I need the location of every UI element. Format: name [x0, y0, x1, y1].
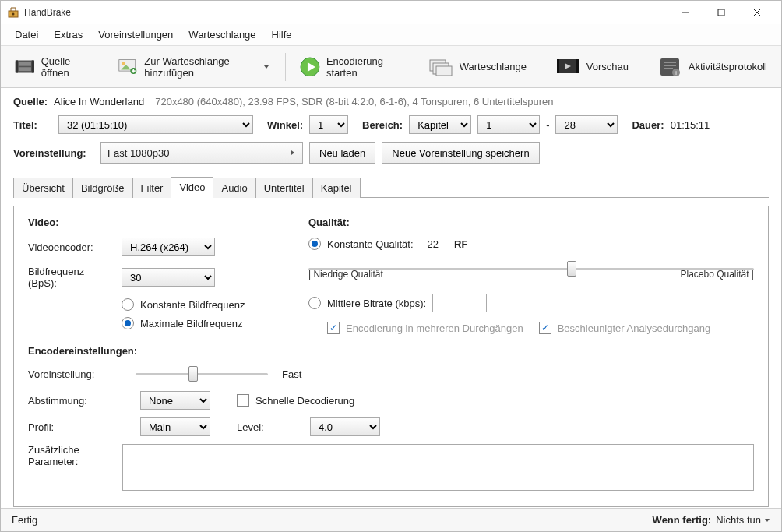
minimize-button[interactable]	[668, 1, 703, 24]
queue-button[interactable]: Warteschlange	[421, 54, 534, 80]
radio-off-icon	[308, 297, 321, 309]
enc-preset-slider[interactable]	[136, 365, 268, 383]
tune-select[interactable]: None	[140, 391, 210, 410]
slider-thumb-icon[interactable]	[188, 366, 198, 382]
radio-on-icon	[308, 238, 321, 250]
video-heading: Video:	[28, 217, 262, 228]
menu-bar: Datei Extras Voreinstellungen Warteschla…	[1, 24, 781, 46]
reload-preset-button[interactable]: Neu laden	[309, 142, 375, 164]
picture-plus-icon	[118, 57, 139, 77]
svg-rect-3	[718, 9, 724, 16]
tab-audio[interactable]: Audio	[213, 178, 255, 198]
profile-select[interactable]: Main	[140, 417, 210, 436]
range-to-select[interactable]: 28	[555, 115, 618, 134]
fastdecode-checkbox[interactable]: ✓ Schnelle Decodierung	[237, 394, 396, 407]
log-icon: i	[657, 57, 682, 77]
check-on-icon: ✓	[539, 322, 551, 334]
radio-on-icon	[122, 317, 134, 329]
play-icon	[300, 57, 320, 77]
add-queue-label: Zur Warteschlange hinzufügen	[144, 55, 255, 79]
peak-fps-radio[interactable]: Maximale Bildfrequenz	[122, 317, 262, 329]
svg-rect-10	[19, 67, 31, 71]
fps-label: Bildfrequenz (BpS):	[28, 266, 114, 289]
preset-select[interactable]: Fast 1080p30	[100, 142, 303, 164]
queue-icon	[428, 57, 453, 77]
add-queue-dropdown[interactable]	[261, 64, 271, 70]
cq-value: 22	[428, 238, 439, 250]
level-select[interactable]: 4.0	[310, 417, 380, 436]
preview-button[interactable]: Vorschau	[548, 54, 636, 80]
app-icon	[7, 6, 19, 19]
preset-label: Voreinstellung:	[13, 147, 94, 159]
check-off-icon: ✓	[237, 394, 249, 407]
bitrate-input[interactable]	[432, 294, 487, 312]
activity-log-label: Aktivitätsprotokoll	[689, 61, 767, 72]
tab-overview[interactable]: Übersicht	[13, 178, 73, 198]
cq-unit: RF	[454, 238, 467, 250]
chevron-right-icon	[290, 150, 296, 156]
window-title: HandBrake	[24, 7, 71, 18]
constant-fps-radio[interactable]: Konstante Bildfrequenz	[122, 298, 262, 311]
quality-high-label: Placebo Qualität |	[680, 269, 754, 280]
angle-select[interactable]: 1	[309, 115, 348, 134]
svg-point-12	[122, 62, 125, 65]
open-source-button[interactable]: Quelle öffnen	[7, 52, 97, 82]
fps-select[interactable]: 30	[122, 268, 215, 287]
encoder-select[interactable]: H.264 (x264)	[122, 238, 215, 256]
menu-presets[interactable]: Voreinstellungen	[90, 26, 181, 44]
film-icon	[15, 57, 35, 77]
range-from-select[interactable]: 1	[477, 115, 540, 134]
constant-quality-radio[interactable]: Konstante Qualität: 22 RF	[308, 238, 754, 250]
angle-label: Winkel:	[267, 119, 303, 131]
svg-point-1	[12, 13, 15, 16]
range-type-select[interactable]: Kapitel	[409, 115, 471, 134]
menu-queue[interactable]: Warteschlange	[181, 26, 263, 44]
extra-params-input[interactable]	[122, 444, 754, 491]
radio-off-icon	[122, 298, 134, 311]
title-label: Titel:	[13, 119, 52, 131]
avg-bitrate-radio[interactable]: Mittlere Bitrate (kbps):	[308, 294, 754, 312]
tab-dimensions[interactable]: Bildgröße	[72, 178, 133, 198]
turbo-checkbox[interactable]: ✓ Beschleunigter Analysedurchgang	[539, 322, 711, 334]
tune-label: Abstimmung:	[28, 395, 129, 407]
tab-chapters[interactable]: Kapitel	[312, 178, 361, 198]
open-source-label: Quelle öffnen	[41, 55, 90, 79]
duration-value: 01:15:11	[671, 119, 710, 131]
svg-rect-21	[557, 59, 559, 73]
encoder-settings-heading: Encodereinstellungen:	[28, 345, 754, 357]
source-label: Quelle:	[13, 96, 48, 107]
status-text: Fertig	[12, 514, 37, 526]
activity-log-button[interactable]: i Aktivitätsprotokoll	[650, 54, 775, 80]
tab-filters[interactable]: Filter	[132, 178, 172, 198]
enc-preset-label: Voreinstellung:	[28, 368, 129, 380]
queue-label: Warteschlange	[460, 61, 527, 72]
add-queue-button[interactable]: Zur Warteschlange hinzufügen	[111, 52, 280, 82]
menu-extras[interactable]: Extras	[46, 26, 90, 44]
close-button[interactable]	[739, 1, 775, 24]
duration-label: Dauer:	[632, 119, 664, 131]
encoder-label: Videoencoder:	[28, 241, 114, 253]
svg-rect-7	[16, 60, 18, 72]
start-encode-button[interactable]: Encodierung starten	[292, 52, 407, 82]
menu-help[interactable]: Hilfe	[264, 26, 300, 44]
tab-video[interactable]: Video	[171, 177, 213, 198]
when-done-select[interactable]: Nichts tun	[716, 514, 770, 526]
twopass-checkbox[interactable]: ✓ Encodierung in mehreren Durchgängen	[327, 322, 523, 334]
when-done-label: Wenn fertig:	[653, 514, 712, 526]
tab-subtitles[interactable]: Untertitel	[255, 178, 313, 198]
title-select[interactable]: 32 (01:15:10)	[58, 115, 253, 134]
level-label: Level:	[237, 421, 299, 433]
start-encode-label: Encodierung starten	[326, 55, 400, 79]
quality-low-label: | Niedrige Qualität	[308, 269, 383, 280]
save-preset-button[interactable]: Neue Voreinstellung speichern	[382, 142, 539, 164]
svg-rect-19	[436, 66, 452, 76]
maximize-button[interactable]	[703, 1, 739, 24]
preview-label: Vorschau	[586, 61, 629, 72]
svg-rect-22	[576, 59, 579, 73]
preview-icon	[555, 57, 580, 77]
svg-rect-8	[32, 60, 34, 72]
slider-thumb-icon[interactable]	[567, 261, 576, 277]
menu-file[interactable]: Datei	[7, 26, 46, 44]
source-name: Alice In Wonderland	[54, 96, 144, 107]
chevron-down-icon	[764, 517, 770, 523]
